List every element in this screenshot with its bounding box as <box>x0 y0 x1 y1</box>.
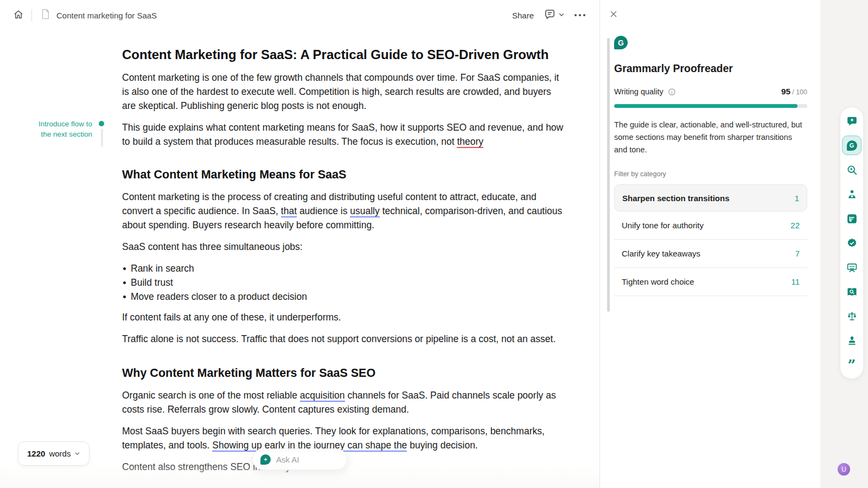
paraphrase-icon[interactable] <box>846 213 858 224</box>
quality-score-max: / 100 <box>792 88 807 96</box>
doc-bullet-item: Rank in search <box>122 261 566 275</box>
category-row[interactable]: Unify tone for authority 22 <box>614 211 807 240</box>
quality-score: 95/ 100 <box>781 87 807 97</box>
fairness-scales-icon[interactable] <box>846 310 858 322</box>
writing-quality-row: Writing quality 95/ 100 <box>614 87 807 97</box>
category-count: 1 <box>795 194 799 203</box>
ai-sparkle-bubble-icon: ✦ <box>260 454 271 465</box>
category-label: Tighten word choice <box>622 277 694 286</box>
doc-paragraph: SaaS content has three simultaneous jobs… <box>122 240 566 254</box>
tone-person-heart-icon[interactable] <box>846 188 858 200</box>
quality-progress-fill <box>614 104 797 108</box>
comment-thread-line <box>101 129 103 146</box>
suggestion-blue-underline[interactable]: that <box>281 206 297 217</box>
ask-ai-input[interactable]: ✦ Ask AI <box>252 448 347 470</box>
category-row[interactable]: Clarify key takeaways 7 <box>614 240 807 268</box>
panel-body: G Grammarly Proofreader Writing quality … <box>600 0 820 296</box>
more-options-button[interactable] <box>575 14 585 16</box>
quality-progress-track <box>614 104 807 108</box>
doc-paragraph: Organic search is one of the most reliab… <box>122 388 566 416</box>
doc-text: Organic search is one of the most reliab… <box>122 390 300 401</box>
right-strip: G <box>820 0 868 488</box>
doc-paragraph: If content fails at any one of these, it… <box>122 310 566 324</box>
comments-button[interactable] <box>544 8 565 22</box>
plagiarism-book-search-icon[interactable] <box>846 286 858 298</box>
grammarly-panel: G Grammarly Proofreader Writing quality … <box>600 0 820 488</box>
suggestion-blue-underline[interactable]: usually <box>350 206 379 217</box>
word-count-value: 1220 <box>27 449 45 458</box>
topbar-actions: Share <box>512 8 585 22</box>
grammarly-g-glyph: G <box>847 140 857 151</box>
chevron-down-icon <box>74 449 80 459</box>
doc-paragraph: Content marketing is one of the few grow… <box>122 70 566 113</box>
citations-quotes-icon[interactable]: ” <box>846 359 858 371</box>
category-label: Sharpen section transitions <box>622 194 730 203</box>
category-row[interactable]: Tighten word choice 11 <box>614 268 807 296</box>
close-icon <box>609 12 618 20</box>
document-content: Content Marketing for SaaS: A Practical … <box>122 30 566 474</box>
suggestion-blue-underline[interactable]: acquisition <box>300 390 345 402</box>
word-count-button[interactable]: 1220 words <box>18 441 90 466</box>
doc-text: buying decision. <box>407 440 477 451</box>
category-count: 7 <box>795 249 800 258</box>
grammarly-logo-icon: G <box>614 36 628 49</box>
doc-text: This guide explains what content marketi… <box>122 122 563 147</box>
margin-comment[interactable]: Introduce flow to the next section <box>33 119 92 139</box>
doc-bullet-list: Rank in search Build trust Move readers … <box>122 261 566 304</box>
ai-comment-icon[interactable] <box>846 115 858 127</box>
category-card-selected[interactable]: Sharpen section transitions 1 <box>614 184 807 211</box>
doc-bullet-item: Move readers closer to a product decisio… <box>122 290 566 304</box>
home-button[interactable] <box>13 9 24 22</box>
share-button[interactable]: Share <box>512 11 534 20</box>
word-count-label: words <box>49 449 71 458</box>
grammarly-app: Content marketing for SaaS Share Introdu… <box>0 0 868 488</box>
comment-icon <box>544 8 556 22</box>
user-avatar[interactable]: U <box>838 463 850 476</box>
document-title: Content marketing for SaaS <box>56 11 157 20</box>
doc-paragraph: Most SaaS buyers begin with search queri… <box>122 424 566 452</box>
panel-scrollbar[interactable] <box>607 38 610 312</box>
category-label: Clarify key takeaways <box>622 249 700 258</box>
doc-heading-2: Why Content Marketing Matters for SaaS S… <box>122 365 566 381</box>
badge-check-icon[interactable] <box>846 237 858 249</box>
ask-ai-placeholder: Ask AI <box>276 455 299 464</box>
topbar: Content marketing for SaaS Share <box>0 0 599 30</box>
category-label: Unify tone for authority <box>622 221 704 230</box>
search-sparkle-icon[interactable] <box>846 164 858 176</box>
suggestion-red-underline[interactable]: theory <box>457 136 483 148</box>
doc-heading-1: Content Marketing for SaaS: A Practical … <box>122 47 566 63</box>
category-count: 22 <box>790 221 800 230</box>
chevron-down-icon <box>558 11 565 20</box>
doc-heading-2: What Content Marketing Means for SaaS <box>122 167 566 182</box>
doc-paragraph: Content marketing is the process of crea… <box>122 190 566 232</box>
quality-score-value: 95 <box>781 87 790 96</box>
quality-summary: The guide is clear, actionable, and well… <box>614 119 807 156</box>
panel-title: Grammarly Proofreader <box>614 62 807 75</box>
info-icon[interactable] <box>668 88 676 96</box>
doc-paragraph: Traffic alone is not success. Traffic th… <box>122 332 566 346</box>
audience-board-icon[interactable] <box>846 261 858 273</box>
grammarly-icon[interactable]: G <box>842 136 861 155</box>
comment-dot-icon[interactable] <box>99 121 104 126</box>
doc-text: audience is <box>297 206 350 216</box>
assistant-icon-rail: G <box>840 107 864 379</box>
filter-by-category-label: Filter by category <box>614 170 807 178</box>
close-panel-button[interactable] <box>608 9 619 20</box>
stamp-icon[interactable] <box>846 335 858 346</box>
ellipsis-icon <box>575 14 585 16</box>
category-count: 11 <box>791 277 800 286</box>
doc-bullet-item: Build trust <box>122 275 566 290</box>
topbar-divider <box>31 9 32 21</box>
document-area: Content marketing for SaaS Share Introdu… <box>0 0 600 488</box>
home-icon <box>13 9 24 22</box>
document-icon <box>41 9 50 22</box>
doc-paragraph: This guide explains what content marketi… <box>122 120 566 149</box>
writing-quality-label: Writing quality <box>614 87 663 96</box>
